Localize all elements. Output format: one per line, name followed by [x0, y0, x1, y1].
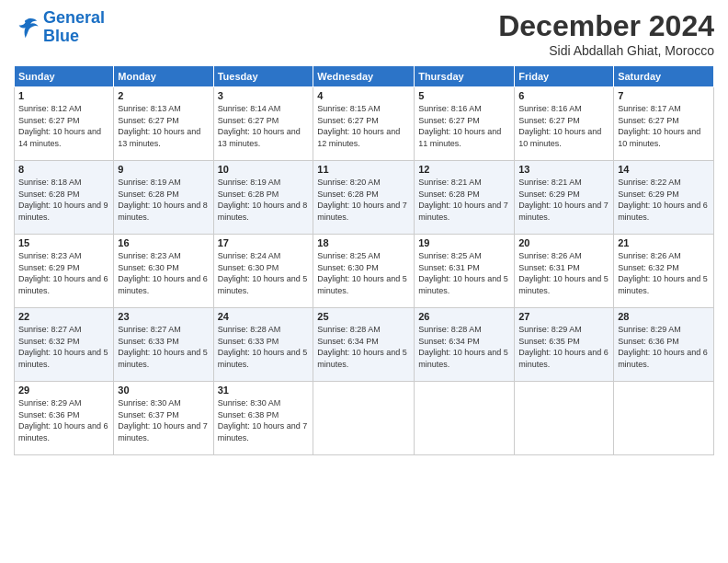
calendar-cell: 11Sunrise: 8:20 AM Sunset: 6:28 PM Dayli… — [313, 161, 415, 235]
calendar-cell: 31Sunrise: 8:30 AM Sunset: 6:38 PM Dayli… — [213, 382, 313, 455]
day-number: 14 — [618, 164, 710, 175]
calendar-cell — [614, 382, 714, 455]
day-info: Sunrise: 8:17 AM Sunset: 6:27 PM Dayligh… — [618, 103, 710, 149]
page: General Blue December 2024 Sidi Abdallah… — [0, 0, 728, 563]
day-info: Sunrise: 8:27 AM Sunset: 6:32 PM Dayligh… — [18, 324, 109, 370]
day-number: 26 — [418, 311, 510, 322]
day-info: Sunrise: 8:21 AM Sunset: 6:28 PM Dayligh… — [418, 177, 510, 223]
calendar-cell: 6Sunrise: 8:16 AM Sunset: 6:27 PM Daylig… — [515, 87, 614, 161]
calendar-cell: 24Sunrise: 8:28 AM Sunset: 6:33 PM Dayli… — [213, 308, 313, 382]
calendar-cell: 21Sunrise: 8:26 AM Sunset: 6:32 PM Dayli… — [614, 235, 714, 308]
day-info: Sunrise: 8:19 AM Sunset: 6:28 PM Dayligh… — [118, 177, 209, 223]
day-number: 3 — [218, 90, 310, 101]
calendar-cell: 3Sunrise: 8:14 AM Sunset: 6:27 PM Daylig… — [213, 87, 313, 161]
day-number: 5 — [418, 90, 510, 101]
day-number: 30 — [118, 385, 209, 396]
logo-line2: Blue — [43, 28, 105, 46]
day-info: Sunrise: 8:26 AM Sunset: 6:32 PM Dayligh… — [618, 250, 710, 296]
calendar-cell: 1Sunrise: 8:12 AM Sunset: 6:27 PM Daylig… — [15, 87, 114, 161]
calendar-cell: 30Sunrise: 8:30 AM Sunset: 6:37 PM Dayli… — [114, 382, 213, 455]
calendar-cell: 25Sunrise: 8:28 AM Sunset: 6:34 PM Dayli… — [313, 308, 415, 382]
day-info: Sunrise: 8:29 AM Sunset: 6:35 PM Dayligh… — [518, 324, 609, 370]
day-number: 9 — [118, 164, 209, 175]
calendar-cell: 16Sunrise: 8:23 AM Sunset: 6:30 PM Dayli… — [114, 235, 213, 308]
day-number: 23 — [118, 311, 209, 322]
calendar-cell: 4Sunrise: 8:15 AM Sunset: 6:27 PM Daylig… — [313, 87, 415, 161]
day-number: 21 — [618, 237, 710, 248]
calendar-week-row: 15Sunrise: 8:23 AM Sunset: 6:29 PM Dayli… — [15, 235, 714, 308]
calendar-cell: 20Sunrise: 8:26 AM Sunset: 6:31 PM Dayli… — [515, 235, 614, 308]
weekday-header-row: SundayMondayTuesdayWednesdayThursdayFrid… — [15, 66, 714, 87]
weekday-header-friday: Friday — [515, 66, 614, 87]
calendar-week-row: 22Sunrise: 8:27 AM Sunset: 6:32 PM Dayli… — [15, 308, 714, 382]
calendar-cell: 26Sunrise: 8:28 AM Sunset: 6:34 PM Dayli… — [415, 308, 515, 382]
day-info: Sunrise: 8:23 AM Sunset: 6:29 PM Dayligh… — [18, 250, 109, 296]
weekday-header-monday: Monday — [114, 66, 213, 87]
calendar-cell: 17Sunrise: 8:24 AM Sunset: 6:30 PM Dayli… — [213, 235, 313, 308]
day-number: 7 — [618, 90, 710, 101]
calendar-week-row: 29Sunrise: 8:29 AM Sunset: 6:36 PM Dayli… — [15, 382, 714, 455]
day-number: 15 — [18, 237, 109, 248]
day-number: 24 — [218, 311, 310, 322]
day-info: Sunrise: 8:26 AM Sunset: 6:31 PM Dayligh… — [518, 250, 609, 296]
day-number: 25 — [317, 311, 410, 322]
calendar-cell: 19Sunrise: 8:25 AM Sunset: 6:31 PM Dayli… — [415, 235, 515, 308]
day-number: 8 — [18, 164, 109, 175]
day-number: 20 — [518, 237, 609, 248]
logo-text: General Blue — [43, 9, 105, 46]
logo-bird-icon — [14, 15, 40, 40]
calendar-cell: 9Sunrise: 8:19 AM Sunset: 6:28 PM Daylig… — [114, 161, 213, 235]
day-info: Sunrise: 8:14 AM Sunset: 6:27 PM Dayligh… — [218, 103, 310, 149]
calendar-cell: 27Sunrise: 8:29 AM Sunset: 6:35 PM Dayli… — [515, 308, 614, 382]
day-info: Sunrise: 8:16 AM Sunset: 6:27 PM Dayligh… — [518, 103, 609, 149]
day-number: 22 — [18, 311, 109, 322]
calendar-cell: 18Sunrise: 8:25 AM Sunset: 6:30 PM Dayli… — [313, 235, 415, 308]
day-info: Sunrise: 8:12 AM Sunset: 6:27 PM Dayligh… — [18, 103, 109, 149]
day-number: 2 — [118, 90, 209, 101]
day-info: Sunrise: 8:13 AM Sunset: 6:27 PM Dayligh… — [118, 103, 209, 149]
day-info: Sunrise: 8:30 AM Sunset: 6:38 PM Dayligh… — [218, 397, 310, 443]
calendar-week-row: 1Sunrise: 8:12 AM Sunset: 6:27 PM Daylig… — [15, 87, 714, 161]
calendar-cell: 5Sunrise: 8:16 AM Sunset: 6:27 PM Daylig… — [415, 87, 515, 161]
day-info: Sunrise: 8:28 AM Sunset: 6:34 PM Dayligh… — [317, 324, 410, 370]
day-number: 13 — [518, 164, 609, 175]
day-info: Sunrise: 8:30 AM Sunset: 6:37 PM Dayligh… — [118, 397, 209, 443]
calendar-body: 1Sunrise: 8:12 AM Sunset: 6:27 PM Daylig… — [15, 87, 714, 455]
day-number: 6 — [518, 90, 609, 101]
calendar-cell: 7Sunrise: 8:17 AM Sunset: 6:27 PM Daylig… — [614, 87, 714, 161]
day-info: Sunrise: 8:25 AM Sunset: 6:30 PM Dayligh… — [317, 250, 410, 296]
day-number: 31 — [218, 385, 310, 396]
day-number: 28 — [618, 311, 710, 322]
day-number: 19 — [418, 237, 510, 248]
calendar-week-row: 8Sunrise: 8:18 AM Sunset: 6:28 PM Daylig… — [15, 161, 714, 235]
day-info: Sunrise: 8:29 AM Sunset: 6:36 PM Dayligh… — [618, 324, 710, 370]
calendar-table: SundayMondayTuesdayWednesdayThursdayFrid… — [14, 65, 714, 455]
day-info: Sunrise: 8:28 AM Sunset: 6:33 PM Dayligh… — [218, 324, 310, 370]
calendar-cell — [515, 382, 614, 455]
weekday-header-wednesday: Wednesday — [313, 66, 415, 87]
day-number: 4 — [317, 90, 410, 101]
calendar-cell: 14Sunrise: 8:22 AM Sunset: 6:29 PM Dayli… — [614, 161, 714, 235]
logo: General Blue — [14, 9, 105, 46]
location-subtitle: Sidi Abdallah Ghiat, Morocco — [498, 43, 714, 58]
calendar-cell: 15Sunrise: 8:23 AM Sunset: 6:29 PM Dayli… — [15, 235, 114, 308]
day-info: Sunrise: 8:20 AM Sunset: 6:28 PM Dayligh… — [317, 177, 410, 223]
calendar-cell: 29Sunrise: 8:29 AM Sunset: 6:36 PM Dayli… — [15, 382, 114, 455]
calendar-cell: 28Sunrise: 8:29 AM Sunset: 6:36 PM Dayli… — [614, 308, 714, 382]
day-info: Sunrise: 8:29 AM Sunset: 6:36 PM Dayligh… — [18, 397, 109, 443]
calendar-header: SundayMondayTuesdayWednesdayThursdayFrid… — [15, 66, 714, 87]
day-info: Sunrise: 8:18 AM Sunset: 6:28 PM Dayligh… — [18, 177, 109, 223]
calendar-cell — [415, 382, 515, 455]
calendar-cell: 12Sunrise: 8:21 AM Sunset: 6:28 PM Dayli… — [415, 161, 515, 235]
day-number: 12 — [418, 164, 510, 175]
day-info: Sunrise: 8:16 AM Sunset: 6:27 PM Dayligh… — [418, 103, 510, 149]
day-info: Sunrise: 8:21 AM Sunset: 6:29 PM Dayligh… — [518, 177, 609, 223]
day-number: 16 — [118, 237, 209, 248]
calendar-cell: 8Sunrise: 8:18 AM Sunset: 6:28 PM Daylig… — [15, 161, 114, 235]
day-info: Sunrise: 8:25 AM Sunset: 6:31 PM Dayligh… — [418, 250, 510, 296]
day-info: Sunrise: 8:22 AM Sunset: 6:29 PM Dayligh… — [618, 177, 710, 223]
calendar-cell — [313, 382, 415, 455]
day-number: 1 — [18, 90, 109, 101]
weekday-header-saturday: Saturday — [614, 66, 714, 87]
day-number: 29 — [18, 385, 109, 396]
